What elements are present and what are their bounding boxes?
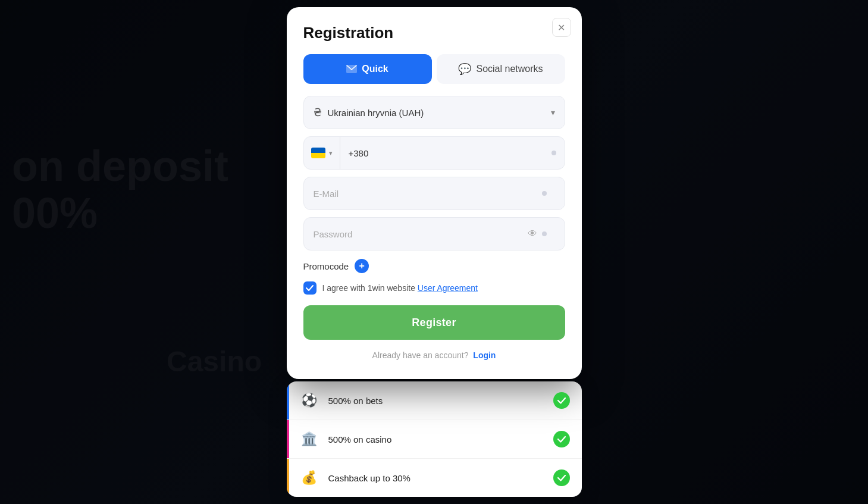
- bonus-panel: ⚽ 500% on bets 🏛️ 500% on casino 💰 Cashb…: [287, 381, 582, 497]
- login-prompt: Already have an account?: [372, 350, 469, 360]
- login-row: Already have an account? Login: [303, 350, 565, 360]
- tab-bar: Quick 💬 Social networks: [303, 54, 565, 84]
- bets-icon: ⚽: [299, 390, 320, 411]
- cashback-icon: 💰: [299, 467, 320, 489]
- country-selector[interactable]: ▾: [304, 137, 340, 169]
- register-button[interactable]: Register: [303, 305, 565, 340]
- bonus-bets-item: ⚽ 500% on bets: [287, 381, 582, 420]
- password-group: 👁: [303, 217, 565, 251]
- email-field-wrapper: [303, 177, 565, 210]
- password-input[interactable]: [314, 229, 528, 239]
- flag-yellow: [311, 153, 325, 158]
- tab-quick[interactable]: Quick: [303, 54, 432, 84]
- phone-field: ▾: [303, 136, 565, 170]
- promocode-label: Promocode: [303, 261, 349, 271]
- flag-blue: [311, 148, 325, 153]
- cashback-accent-bar: [287, 459, 289, 497]
- cashback-check-icon: [553, 469, 570, 486]
- bonus-casino-item: 🏛️ 500% on casino: [287, 420, 582, 459]
- casino-icon: 🏛️: [299, 428, 320, 450]
- email-icon: [346, 65, 357, 73]
- phone-status-dot: [551, 151, 556, 155]
- checkmark-icon: [306, 285, 314, 291]
- agreement-checkbox[interactable]: [303, 281, 317, 295]
- currency-group: ₴ Ukrainian hryvnia (UAH) ▾: [303, 96, 565, 129]
- modal-title: Registration: [303, 24, 565, 42]
- close-button[interactable]: ✕: [552, 18, 571, 37]
- casino-checkmark: [557, 436, 566, 443]
- close-icon: ✕: [557, 22, 565, 33]
- user-agreement-link[interactable]: User Agreement: [418, 283, 478, 293]
- login-link[interactable]: Login: [473, 350, 496, 360]
- phone-group: ▾: [303, 136, 565, 170]
- phone-input[interactable]: [340, 148, 551, 158]
- cashback-checkmark: [557, 475, 566, 481]
- casino-accent-bar: [287, 420, 289, 458]
- bets-check-icon: [553, 392, 570, 409]
- tab-social-label: Social networks: [476, 64, 543, 74]
- email-group: [303, 177, 565, 210]
- password-field-wrapper: 👁: [303, 217, 565, 251]
- currency-select[interactable]: ₴ Ukrainian hryvnia (UAH) ▾: [303, 96, 565, 129]
- bets-accent-bar: [287, 381, 289, 420]
- bets-checkmark: [557, 397, 566, 404]
- agreement-text: I agree with 1win website User Agreement: [322, 283, 478, 293]
- casino-check-icon: [553, 431, 570, 447]
- country-chevron-icon: ▾: [329, 149, 333, 157]
- bonus-cashback-item: 💰 Cashback up to 30%: [287, 459, 582, 497]
- modal-container: Registration ✕ Quick 💬 Social networks ₴: [287, 7, 582, 497]
- currency-label: Ukrainian hryvnia (UAH): [328, 108, 545, 118]
- eye-icon[interactable]: 👁: [528, 228, 537, 239]
- tab-social[interactable]: 💬 Social networks: [437, 54, 565, 84]
- social-icon: 💬: [458, 62, 471, 76]
- tab-quick-label: Quick: [362, 64, 388, 74]
- chevron-down-icon: ▾: [551, 108, 555, 117]
- registration-modal: Registration ✕ Quick 💬 Social networks ₴: [287, 7, 582, 379]
- ukraine-flag: [311, 148, 325, 158]
- promocode-row: Promocode +: [303, 259, 565, 273]
- password-status-dot: [542, 231, 547, 236]
- email-status-dot: [542, 191, 547, 196]
- cashback-bonus-text: Cashback up to 30%: [328, 473, 553, 483]
- email-input[interactable]: [314, 189, 542, 199]
- currency-icon: ₴: [314, 106, 322, 119]
- bets-bonus-text: 500% on bets: [328, 396, 553, 406]
- promocode-add-button[interactable]: +: [355, 259, 369, 273]
- agreement-row: I agree with 1win website User Agreement: [303, 281, 565, 295]
- casino-bonus-text: 500% on casino: [328, 434, 553, 444]
